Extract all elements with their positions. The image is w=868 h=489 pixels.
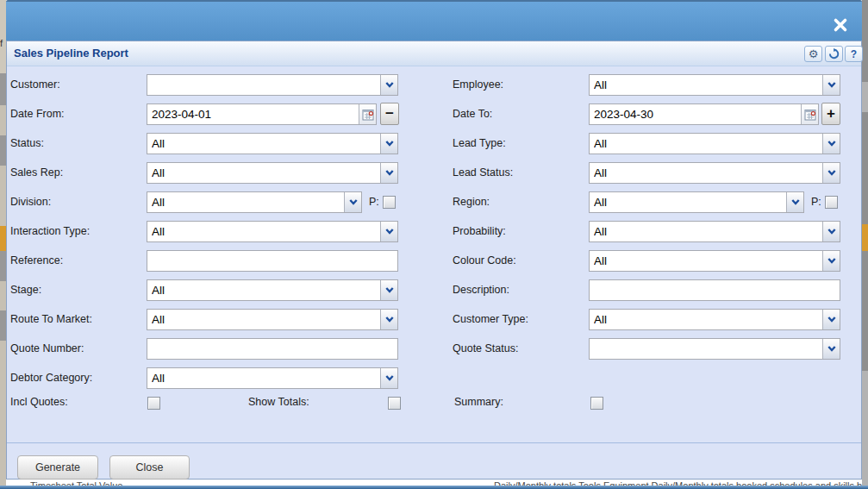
customer-type-value: All xyxy=(594,310,821,329)
date-to-field[interactable] xyxy=(589,103,819,125)
division-label: Division: xyxy=(10,191,51,213)
lead-type-value: All xyxy=(594,134,821,154)
show-totals-checkbox[interactable] xyxy=(388,397,401,410)
interaction-type-value: All xyxy=(152,222,378,241)
chevron-down-icon[interactable] xyxy=(786,192,803,212)
probability-combobox[interactable]: All xyxy=(589,221,840,242)
description-label: Description: xyxy=(453,279,509,301)
region-combobox[interactable]: All xyxy=(589,191,804,213)
chevron-down-icon[interactable] xyxy=(380,280,397,300)
settings-button[interactable]: ⚙ xyxy=(804,46,822,62)
route-to-market-combobox[interactable]: All xyxy=(147,309,398,330)
close-icon[interactable] xyxy=(829,14,852,36)
date-from-input[interactable] xyxy=(147,104,359,124)
chevron-down-icon[interactable] xyxy=(822,163,840,183)
refresh-icon xyxy=(828,48,840,60)
stage-combobox[interactable]: All xyxy=(147,279,398,301)
lead-status-value: All xyxy=(594,163,821,183)
chevron-down-icon[interactable] xyxy=(380,75,397,95)
question-mark-icon: ? xyxy=(851,48,857,60)
incl-quotes-label: Incl Quotes: xyxy=(10,392,68,411)
refresh-button[interactable] xyxy=(825,46,843,62)
chevron-down-icon[interactable] xyxy=(822,222,840,241)
chevron-down-icon[interactable] xyxy=(380,368,397,388)
quote-status-combobox[interactable] xyxy=(589,338,840,360)
chevron-down-icon[interactable] xyxy=(822,75,840,95)
chevron-down-icon[interactable] xyxy=(380,222,397,241)
probability-label: Probability: xyxy=(453,221,506,242)
quote-status-value xyxy=(594,339,821,359)
employee-combobox[interactable]: All xyxy=(589,74,840,96)
customer-type-label: Customer Type: xyxy=(453,309,528,330)
chevron-down-icon[interactable] xyxy=(822,310,840,329)
lead-type-label: Lead Type: xyxy=(453,133,506,154)
date-from-decrement-button[interactable]: − xyxy=(380,103,399,125)
interaction-type-combobox[interactable]: All xyxy=(147,221,398,242)
chevron-down-icon[interactable] xyxy=(380,163,397,183)
summary-checkbox[interactable] xyxy=(590,397,603,410)
division-combobox[interactable]: All xyxy=(147,191,362,213)
background-page-left-edge: f xyxy=(0,0,6,489)
sales-rep-label: Sales Rep: xyxy=(10,162,63,184)
calendar-icon[interactable] xyxy=(801,104,818,124)
date-from-field[interactable] xyxy=(147,103,377,125)
background-edge-text: f xyxy=(0,38,3,48)
date-to-label: Date To: xyxy=(453,103,492,125)
status-value: All xyxy=(152,134,378,154)
quote-status-label: Quote Status: xyxy=(453,338,518,360)
employee-value: All xyxy=(594,75,821,95)
reference-input[interactable] xyxy=(147,250,398,272)
colour-code-label: Colour Code: xyxy=(453,250,516,272)
close-button[interactable]: Close xyxy=(109,455,190,480)
chevron-down-icon[interactable] xyxy=(344,192,361,212)
status-combobox[interactable]: All xyxy=(147,133,398,154)
customer-combobox[interactable] xyxy=(147,74,398,96)
chevron-down-icon[interactable] xyxy=(380,134,397,154)
summary-label: Summary: xyxy=(454,392,503,411)
chevron-down-icon[interactable] xyxy=(822,251,840,271)
generate-button[interactable]: Generate xyxy=(17,455,98,480)
lead-type-combobox[interactable]: All xyxy=(589,133,840,154)
footer-separator xyxy=(7,442,861,443)
stage-value: All xyxy=(152,280,378,300)
region-p-checkbox[interactable] xyxy=(825,196,838,209)
dialog-title: Sales Pipeline Report xyxy=(14,41,128,66)
description-input[interactable] xyxy=(589,279,840,301)
sales-rep-value: All xyxy=(152,163,378,183)
route-to-market-value: All xyxy=(152,310,378,329)
customer-type-combobox[interactable]: All xyxy=(589,309,840,330)
colour-code-combobox[interactable]: All xyxy=(589,250,840,272)
chevron-down-icon[interactable] xyxy=(822,134,840,154)
lead-status-combobox[interactable]: All xyxy=(589,162,840,184)
sales-rep-combobox[interactable]: All xyxy=(147,162,398,184)
debtor-category-combobox[interactable]: All xyxy=(147,367,398,389)
region-value: All xyxy=(594,192,784,212)
date-to-input[interactable] xyxy=(590,104,802,124)
division-p-checkbox[interactable] xyxy=(383,196,396,209)
screen: f Sales Pipeline Report ⚙ ? Customer: Da… xyxy=(0,0,868,489)
show-totals-label: Show Totals: xyxy=(248,392,309,411)
dialog-header xyxy=(7,41,861,66)
quote-number-label: Quote Number: xyxy=(10,338,84,360)
division-p-label: P: xyxy=(369,191,379,213)
colour-code-value: All xyxy=(594,251,821,271)
background-page-right-edge xyxy=(862,0,868,489)
incl-quotes-checkbox[interactable] xyxy=(147,397,160,410)
status-label: Status: xyxy=(10,133,44,154)
employee-label: Employee: xyxy=(453,74,503,96)
customer-label: Customer: xyxy=(10,74,60,96)
quote-number-input[interactable] xyxy=(147,338,398,360)
reference-label: Reference: xyxy=(10,250,63,272)
region-label: Region: xyxy=(453,191,490,213)
chevron-down-icon[interactable] xyxy=(822,339,840,359)
calendar-icon[interactable] xyxy=(359,104,376,124)
modal-titlebar xyxy=(6,0,862,41)
background-page-strip: Timesheet Total Value Daily/Monthly tota… xyxy=(6,480,862,486)
division-value: All xyxy=(152,192,342,212)
interaction-type-label: Interaction Type: xyxy=(10,221,90,242)
stage-label: Stage: xyxy=(10,279,41,301)
chevron-down-icon[interactable] xyxy=(380,310,397,329)
date-to-increment-button[interactable]: + xyxy=(821,103,840,125)
help-button[interactable]: ? xyxy=(845,46,863,62)
gear-icon: ⚙ xyxy=(809,48,819,60)
